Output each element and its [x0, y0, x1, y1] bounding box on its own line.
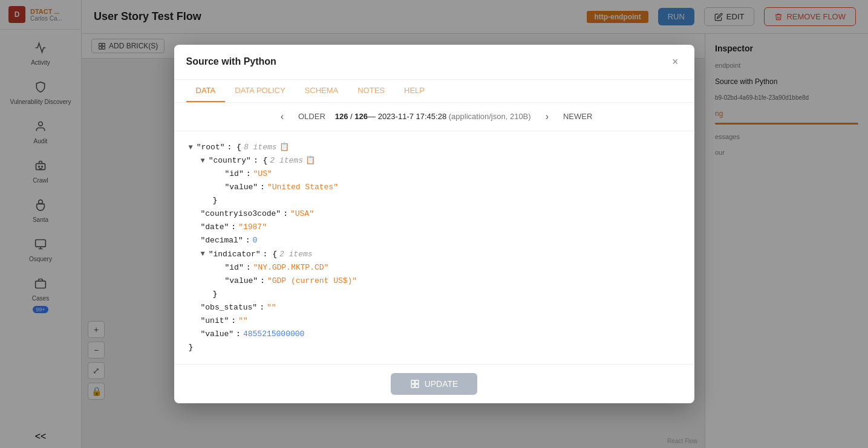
json-obs-key: "obs_status" [201, 301, 258, 314]
json-iso-value: "USA" [290, 207, 314, 221]
tab-data-policy[interactable]: DATA POLICY [225, 80, 295, 102]
json-obs-value: "" [267, 301, 276, 314]
json-decimal-key: "decimal" [201, 234, 243, 247]
json-obs-inner-row: "obs_status" : "" [201, 301, 680, 314]
json-decimal-value: 0 [253, 234, 258, 247]
json-iso-row: "countryiso3code" : "USA" [189, 207, 680, 221]
json-root-key: "root" [197, 141, 225, 154]
json-country-id-row: "id" : "US" [225, 167, 680, 181]
country-collapse-icon[interactable]: ▼ [201, 155, 205, 167]
json-indicator-key: "indicator" [209, 248, 261, 261]
svg-rect-11 [415, 380, 418, 383]
json-country-value: "United States" [267, 181, 338, 194]
current-page: 126 [335, 112, 348, 121]
json-unit-key: "unit" [201, 314, 229, 328]
modal-footer: UPDATE [174, 364, 694, 403]
json-country-meta: 2 items [270, 154, 303, 167]
json-unit-inner-row: "unit" : "" [201, 314, 680, 328]
json-country-value-row: "value" : "United States" [225, 181, 680, 194]
json-indicator-row: ▼ "indicator" : { 2 items [201, 248, 680, 261]
json-indicator-close: } [201, 288, 680, 301]
json-country-colon: : { [253, 154, 267, 167]
json-country-close: } [201, 194, 680, 207]
json-indicator-value-row: "value" : "GDP (current US$)" [225, 274, 680, 288]
tab-schema[interactable]: SCHEMA [295, 80, 348, 102]
tab-notes[interactable]: NOTES [348, 80, 394, 102]
json-obs-row: "obs_status" : "" [189, 301, 680, 314]
modal-overlay: Source with Python × DATA DATA POLICY SC… [0, 0, 868, 448]
json-date-key: "date" [201, 221, 229, 234]
json-country-key: "country" [209, 154, 251, 167]
data-navigation: ‹ OLDER 126 / 126— 2023-11-7 17:45:28 (a… [174, 103, 694, 131]
update-button[interactable]: UPDATE [391, 373, 478, 395]
tab-data[interactable]: DATA [186, 80, 226, 102]
json-root-colon: : { [227, 141, 241, 154]
json-value-key: "value" [225, 181, 258, 194]
json-id-key: "id" [225, 167, 244, 181]
nav-separator: — [368, 112, 378, 121]
json-indicator-meta: 2 items [279, 248, 313, 261]
json-unit-value: "" [238, 314, 248, 328]
modal: Source with Python × DATA DATA POLICY SC… [174, 45, 694, 404]
json-value-row: "value" : 4855215000000 [189, 328, 680, 341]
nav-meta: (application/json, 210B) [449, 112, 531, 121]
json-decimal-row: "decimal" : 0 [189, 234, 680, 247]
json-decimal-inner-row: "decimal" : 0 [201, 234, 680, 247]
json-content: ▼ "root" : { 8 items 📋 ▼ "country" : { 2… [174, 131, 694, 365]
country-copy-icon[interactable]: 📋 [305, 154, 315, 167]
modal-tabs: DATA DATA POLICY SCHEMA NOTES HELP [174, 80, 694, 103]
older-nav-button[interactable]: ‹ [276, 109, 289, 125]
json-root-close: } [189, 341, 680, 354]
json-indicator-block: ▼ "indicator" : { 2 items "id" : "NY.GDP… [189, 248, 680, 301]
svg-rect-12 [411, 385, 414, 388]
json-root-meta: 8 items [244, 141, 277, 154]
json-country-block: ▼ "country" : { 2 items 📋 "id" : "US" "v… [189, 154, 680, 207]
nav-timestamp: 2023-11-7 17:45:28 [378, 112, 446, 121]
indicator-collapse-icon[interactable]: ▼ [201, 248, 205, 260]
svg-rect-13 [415, 385, 418, 388]
json-indicator-value: "GDP (current US$)" [267, 274, 357, 288]
json-date-value: "1987" [238, 221, 267, 234]
json-ind-value-key: "value" [225, 274, 258, 288]
root-copy-icon[interactable]: 📋 [279, 141, 289, 154]
json-val-key: "value" [201, 328, 234, 341]
modal-header: Source with Python × [174, 45, 694, 80]
json-indicator-id-block: "id" : "NY.GDP.MKTP.CD" "value" : "GDP (… [201, 261, 680, 288]
modal-title: Source with Python [186, 56, 276, 67]
nav-info: 126 / 126— 2023-11-7 17:45:28 (applicati… [335, 112, 531, 121]
svg-rect-10 [411, 380, 414, 383]
tab-help[interactable]: HELP [394, 80, 434, 102]
older-label: OLDER [298, 112, 325, 122]
json-country-id-block: "id" : "US" "value" : "United States" [201, 167, 680, 194]
json-iso-inner-row: "countryiso3code" : "USA" [201, 207, 680, 221]
json-date-row: "date" : "1987" [189, 221, 680, 234]
json-ind-id-key: "id" [225, 261, 244, 274]
json-country-id-value: "US" [253, 167, 272, 181]
root-collapse-icon[interactable]: ▼ [189, 141, 193, 154]
modal-close-button[interactable]: × [668, 54, 682, 70]
json-root-row: ▼ "root" : { 8 items 📋 [189, 141, 680, 154]
json-value-num: 4855215000000 [243, 328, 304, 341]
json-country-row: ▼ "country" : { 2 items 📋 [201, 154, 680, 167]
json-unit-row: "unit" : "" [189, 314, 680, 328]
json-indicator-id-row: "id" : "NY.GDP.MKTP.CD" [225, 261, 680, 274]
newer-nav-button[interactable]: › [541, 109, 553, 125]
json-indicator-id-value: "NY.GDP.MKTP.CD" [253, 261, 329, 274]
update-label: UPDATE [425, 379, 458, 389]
json-date-inner-row: "date" : "1987" [201, 221, 680, 234]
update-icon [410, 379, 420, 389]
total-pages: 126 [354, 112, 368, 121]
json-value-inner-row: "value" : 4855215000000 [201, 328, 680, 341]
newer-label: NEWER [563, 112, 592, 122]
json-iso-key: "countryiso3code" [201, 207, 281, 221]
